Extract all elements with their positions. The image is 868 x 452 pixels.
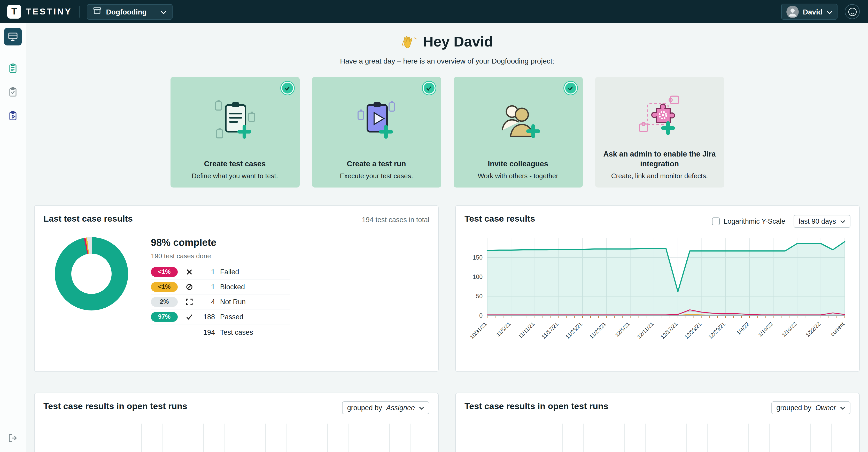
top-bar: T TESTINY Dogfooding David	[0, 0, 868, 23]
card-subtitle: Execute your test cases.	[340, 172, 413, 180]
log-scale-label: Logarithmic Y-Scale	[723, 218, 785, 225]
passed-check-icon	[186, 313, 192, 320]
done-check-badge	[423, 82, 435, 95]
sidebar-item-checklists[interactable]	[4, 83, 22, 101]
svg-text:12/23/21: 12/23/21	[683, 321, 703, 340]
app-window: T TESTINY Dogfooding David	[0, 0, 868, 452]
group-by-select[interactable]: grouped by Owner	[771, 401, 850, 414]
trend-line-chart: 05010015010/31/2111/5/2111/11/2111/17/21…	[464, 234, 850, 366]
panel-title: Last test case results	[43, 214, 133, 224]
checklist-icon	[8, 87, 18, 97]
user-menu[interactable]: David	[781, 4, 838, 20]
svg-text:12/5/21: 12/5/21	[614, 321, 631, 338]
result-row: 97%188Passed	[151, 310, 290, 324]
page-title: Hey David	[26, 34, 868, 50]
result-label: Passed	[220, 313, 243, 321]
card-title: Create a test run	[347, 159, 406, 169]
dashboard-icon	[8, 32, 18, 42]
open-runs-assignee-panel: Test case results in open test runs grou…	[34, 393, 439, 452]
group-by-prefix: grouped by	[776, 404, 811, 412]
svg-text:11/29/21: 11/29/21	[588, 321, 607, 340]
result-count: 1	[196, 283, 215, 291]
card-create-test-run[interactable]: Create a test run Execute your test case…	[312, 77, 441, 188]
date-range-value: last 90 days	[799, 218, 836, 225]
results-stats: 98% complete 190 test cases done <1%1Fai…	[151, 237, 290, 340]
result-label: Blocked	[220, 283, 245, 291]
group-by-value: Owner	[815, 404, 836, 412]
test-runs-icon	[8, 110, 18, 121]
sidebar	[0, 23, 26, 452]
user-name: David	[803, 7, 823, 16]
test-cases-icon	[8, 63, 18, 73]
percent-badge: 2%	[151, 297, 178, 306]
svg-text:10/31/21: 10/31/21	[469, 321, 488, 340]
last-results-panel: Last test case results 194 test cases in…	[34, 205, 439, 372]
group-by-prefix: grouped by	[347, 404, 382, 412]
svg-text:1/22/22: 1/22/22	[805, 321, 822, 338]
card-create-test-cases[interactable]: Create test cases Define what you want t…	[170, 77, 300, 188]
date-range-select[interactable]: last 90 days	[794, 215, 850, 228]
result-row: 2%4Not Run	[151, 294, 290, 310]
project-selector[interactable]: Dogfooding	[87, 4, 173, 20]
svg-text:11/5/21: 11/5/21	[495, 321, 512, 338]
chevron-down-icon	[161, 7, 166, 16]
svg-text:11/17/21: 11/17/21	[541, 321, 560, 340]
total-note: 194 test cases in total	[362, 216, 429, 224]
trend-panel: Test case results Logarithmic Y-Scale la…	[455, 205, 860, 372]
percent-badge: <1%	[151, 282, 178, 292]
jira-integration-illustration	[635, 85, 684, 150]
svg-text:12/29/21: 12/29/21	[707, 321, 726, 340]
card-title: Ask an admin to enable the Jira integrat…	[603, 150, 716, 169]
avatar	[786, 5, 799, 18]
done-check-badge	[281, 82, 294, 95]
svg-text:0: 0	[479, 312, 483, 319]
result-count: 188	[196, 313, 215, 321]
panel-title: Test case results	[464, 214, 535, 224]
not-run-icon	[186, 298, 192, 305]
welcome-section: Hey David Have a great day – here is an …	[26, 34, 868, 65]
card-jira-integration[interactable]: Ask an admin to enable the Jira integrat…	[595, 77, 724, 188]
chevron-down-icon	[840, 220, 845, 223]
dashboard-panels-row-2: Test case results in open test runs grou…	[26, 393, 868, 452]
sidebar-item-test-cases[interactable]	[4, 59, 22, 77]
open-runs-owner-panel: Test case results in open test runs grou…	[455, 393, 860, 452]
onboarding-cards: Create test cases Define what you want t…	[26, 77, 868, 188]
svg-text:1/4/22: 1/4/22	[735, 321, 750, 336]
total-label: Test cases	[220, 328, 253, 336]
percent-badge: 97%	[151, 312, 178, 322]
svg-text:1/16/22: 1/16/22	[781, 321, 798, 338]
failed-x-icon	[186, 268, 192, 275]
done-note: 190 test cases done	[151, 252, 290, 260]
sidebar-item-test-runs[interactable]	[4, 107, 22, 125]
create-test-cases-illustration	[210, 85, 259, 159]
wave-emoji	[401, 34, 417, 50]
smiley-icon	[847, 7, 857, 16]
invite-colleagues-illustration	[493, 85, 543, 159]
check-icon	[284, 85, 290, 91]
testiny-logo[interactable]: T TESTINY	[7, 5, 72, 19]
results-table: <1%1Failed<1%1Blocked2%4Not Run97%188Pas…	[151, 264, 290, 340]
log-scale-toggle[interactable]: Logarithmic Y-Scale	[712, 218, 785, 225]
sidebar-item-dashboard[interactable]	[4, 28, 22, 45]
panel-title: Test case results in open test runs	[464, 401, 609, 412]
svg-text:current: current	[829, 321, 845, 337]
group-by-select[interactable]: grouped by Assignee	[342, 401, 429, 414]
card-subtitle: Create, link and monitor defects.	[611, 172, 708, 180]
card-title: Invite colleagues	[488, 159, 548, 169]
result-row: <1%1Blocked	[151, 280, 290, 294]
group-by-value: Assignee	[386, 404, 415, 412]
check-icon	[567, 85, 574, 91]
card-title: Create test cases	[204, 159, 266, 169]
result-label: Failed	[220, 268, 239, 276]
main-content: Hey David Have a great day – here is an …	[26, 23, 868, 452]
percent-badge: <1%	[151, 267, 178, 277]
chevron-down-icon	[419, 406, 424, 409]
feedback-smiley-button[interactable]	[845, 4, 860, 19]
project-icon	[93, 7, 101, 17]
card-subtitle: Work with others - together	[478, 172, 558, 180]
card-invite-colleagues[interactable]: Invite colleagues Work with others - tog…	[454, 77, 583, 188]
log-scale-checkbox[interactable]	[712, 218, 719, 225]
open-runs-bar-chart: Michi	[464, 420, 850, 452]
project-name: Dogfooding	[106, 7, 147, 16]
collapse-sidebar-button[interactable]	[4, 429, 22, 447]
